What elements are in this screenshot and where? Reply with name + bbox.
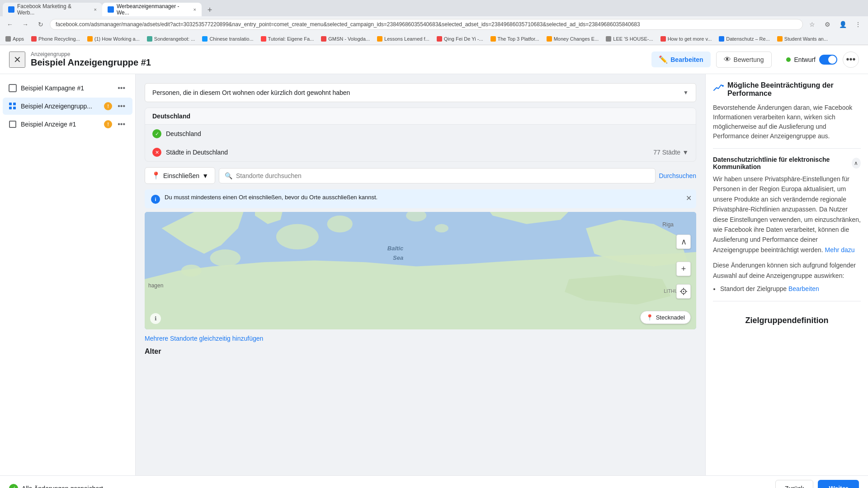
svg-point-8: [683, 291, 684, 292]
bookmark-favicon: [31, 36, 37, 42]
close-button[interactable]: ✕: [9, 52, 25, 68]
tab-2-label: Werbeanzeigenmanager - We...: [117, 3, 189, 16]
bookmark-datenschutz[interactable]: Datenschutz – Re...: [717, 35, 772, 42]
map-container: Baltic Sea Riga LITHU hagen ∧ +: [145, 212, 696, 329]
ad-more-icon[interactable]: •••: [116, 119, 127, 129]
header-actions: ✏️ Bearbeiten 👁 Bewertung Entwurf •••: [651, 52, 859, 68]
menu-button[interactable]: ⋮: [852, 18, 864, 31]
bookmark-money[interactable]: Money Changes E...: [545, 35, 601, 42]
location-row-deutschland: ✓ Deutschland: [145, 125, 696, 143]
sidebar-item-adset[interactable]: Beispiel Anzeigengrupp... ! •••: [3, 98, 132, 115]
stecknadel-button[interactable]: 📍 Stecknadel: [640, 311, 691, 324]
bookmark-button[interactable]: ☆: [806, 18, 818, 31]
info-close-button[interactable]: ✕: [686, 194, 692, 202]
germany-section: Deutschland ✓ Deutschland ✕ Städte in De…: [145, 108, 696, 162]
datenschutz-header[interactable]: Datenschutzrichtlinie für elektronische …: [713, 156, 861, 170]
profile-button[interactable]: 👤: [836, 18, 849, 31]
sidebar-item-ad[interactable]: Beispiel Anzeige #1 ! •••: [3, 116, 132, 133]
bookmark-favicon: [777, 36, 783, 42]
back-button[interactable]: ←: [4, 18, 16, 31]
bullet-item: Standort der Zielgruppe Bearbeiten: [720, 284, 861, 294]
sidebar-item-campaign-label: Beispiel Kampagne #1: [21, 84, 112, 92]
include-button[interactable]: 📍 Einschließen ▼: [145, 167, 215, 184]
bookmark-label: Sonderangebot: ...: [154, 36, 195, 42]
location-dropdown[interactable]: Personen, die in diesem Ort wohnen oder …: [145, 83, 696, 102]
bookmark-lessons[interactable]: Lessons Learned f...: [375, 35, 431, 42]
stecknadel-label: Stecknadel: [656, 314, 685, 321]
performance-header: Mögliche Beeinträchtigung der Performanc…: [713, 81, 861, 98]
tab-2-close[interactable]: ×: [193, 7, 196, 12]
map-info-icon[interactable]: ℹ: [150, 313, 161, 324]
tab-2[interactable]: Werbeanzeigenmanager - We... ×: [102, 3, 202, 16]
bottom-bar: ✓ Alle Änderungen gespeichert Zurück Wei…: [0, 475, 868, 488]
datenschutz-body-text: Wir haben unsere Privatsphäre-Einstellun…: [713, 175, 861, 253]
more-button[interactable]: •••: [843, 52, 859, 68]
bookmark-chinese[interactable]: Chinese translatio...: [200, 35, 255, 42]
map-up-button[interactable]: ∧: [676, 235, 691, 249]
sidebar-item-campaign[interactable]: Beispiel Kampagne #1 •••: [3, 80, 132, 97]
adset-warning-icon: !: [104, 102, 112, 110]
header-status: Entwurf: [786, 55, 837, 65]
bookmark-apps[interactable]: Apps: [4, 35, 26, 42]
new-tab-button[interactable]: +: [203, 4, 216, 16]
weiter-button[interactable]: Weiter: [818, 480, 859, 488]
mehr-dazu-link[interactable]: Mehr dazu: [825, 246, 855, 253]
tab-1[interactable]: Facebook Marketing & Werb... ×: [3, 3, 102, 16]
search-input[interactable]: [236, 172, 649, 179]
location-name-deutschland: Deutschland: [166, 130, 689, 137]
tab-favicon-2: [108, 6, 114, 13]
main-content: Personen, die in diesem Ort wohnen oder …: [136, 74, 705, 475]
bullet-standort: Standort der Zielgruppe: [720, 285, 787, 292]
zielgruppe-title: Zielgruppendefinition: [713, 309, 861, 333]
map-controls: ∧: [676, 235, 691, 249]
campaign-more-icon[interactable]: •••: [116, 83, 127, 93]
bookmark-lee[interactable]: LEE 'S HOUSE-...: [604, 35, 655, 42]
bookmark-label: Datenschutz – Re...: [726, 36, 770, 42]
bewertung-button[interactable]: 👁 Bewertung: [716, 52, 772, 68]
durchsuchen-button[interactable]: Durchsuchen: [659, 172, 697, 179]
location-row-staedte: ✕ Städte in Deutschland 77 Städte ▼: [145, 143, 696, 161]
zuruck-button[interactable]: Zurück: [775, 480, 814, 488]
bearbeiten-label: Bearbeiten: [670, 56, 703, 63]
map-baltic-label: Baltic: [387, 245, 403, 252]
svg-point-5: [210, 249, 241, 267]
adset-more-icon[interactable]: •••: [116, 101, 127, 111]
map-location-controls: [676, 284, 691, 299]
bookmark-qing[interactable]: Qing Fei De Yi -...: [435, 35, 485, 42]
collapse-button[interactable]: ∧: [852, 158, 861, 169]
bookmark-label: How to get more v...: [668, 36, 712, 42]
address-bar[interactable]: facebook.com/adsmanager/manage/adsets/ed…: [50, 19, 803, 30]
right-panel: Mögliche Beeinträchtigung der Performanc…: [705, 74, 868, 475]
bookmark-favicon: [547, 36, 552, 42]
status-toggle[interactable]: [819, 55, 837, 65]
panel-divider-2: [713, 301, 861, 301]
address-text: facebook.com/adsmanager/manage/adsets/ed…: [56, 21, 640, 28]
tab-1-close[interactable]: ×: [94, 7, 97, 12]
reload-button[interactable]: ↻: [34, 18, 47, 31]
bookmark-phone[interactable]: Phone Recycling...: [29, 35, 82, 42]
bookmark-favicon: [719, 36, 724, 42]
extensions-button[interactable]: ⚙: [821, 18, 834, 31]
map-location-button[interactable]: [676, 284, 691, 299]
bookmark-favicon: [5, 36, 11, 42]
bookmark-top3[interactable]: The Top 3 Platfor...: [489, 35, 541, 42]
bookmark-howmore[interactable]: How to get more v...: [659, 35, 714, 42]
bookmark-how[interactable]: (1) How Working a...: [85, 35, 142, 42]
map-svg: [145, 212, 696, 329]
bearbeiten-button[interactable]: ✏️ Bearbeiten: [651, 52, 710, 67]
include-label: Einschließen: [163, 172, 199, 179]
nav-bar: ← → ↻ facebook.com/adsmanager/manage/ads…: [0, 16, 868, 33]
bookmark-student[interactable]: Student Wants an...: [775, 35, 830, 42]
bookmark-sonder[interactable]: Sonderangebot: ...: [145, 35, 197, 42]
zielgruppe-section: Zielgruppendefinition: [713, 309, 861, 333]
forward-button[interactable]: →: [19, 18, 32, 31]
bookmark-gmsn[interactable]: GMSN - Vologda...: [319, 35, 372, 42]
bookmark-label: Money Changes E...: [554, 36, 599, 42]
bookmark-tutorial[interactable]: Tutorial: Eigene Fa...: [259, 35, 316, 42]
bearbeiten-link[interactable]: Bearbeiten: [788, 285, 819, 292]
map-zoom-in-button[interactable]: +: [676, 262, 691, 276]
crosshair-icon: [680, 288, 687, 295]
pin-icon: 📍: [646, 314, 653, 321]
add-location-link[interactable]: Mehrere Standorte gleichzeitig hinzufüge…: [145, 335, 696, 342]
count-chevron: ▼: [682, 149, 689, 156]
